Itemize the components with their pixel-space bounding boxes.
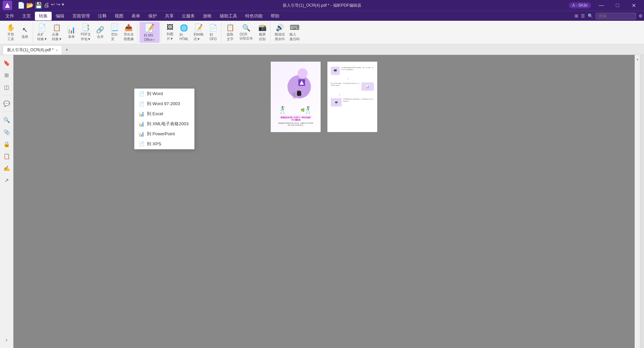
sidebar-security[interactable]: 🔒 — [1, 139, 12, 149]
menu-cloud[interactable]: 云服务 — [178, 12, 199, 20]
combine-icon: 🔗 — [96, 26, 104, 34]
dropdown-to-word[interactable]: 📄 到 Word — [135, 89, 194, 99]
extract-text-label: 提取文字 — [227, 32, 233, 42]
sidebar-separator-2 — [2, 112, 11, 112]
activate-button[interactable]: ⌨ 输入激活码 — [287, 22, 302, 43]
from-copy-button[interactable]: 📋 从册转换▼ — [50, 22, 64, 43]
sidebar-form[interactable]: 📋 — [1, 151, 12, 161]
quick-access-redo[interactable]: ↪ — [56, 2, 60, 9]
pdf-files-button[interactable]: 📑 PDF文件包▼ — [79, 22, 93, 43]
menu-convert[interactable]: 转换 — [35, 12, 52, 20]
dropdown-to-xps[interactable]: 📄 到 XPS — [135, 139, 194, 149]
pdf-page-1: JOIN US 欢迎来到福昕 🕺 🕺 🌿 感谢您如全球6.5亿用户一样信任福昕P… — [271, 62, 321, 132]
panel-toggle[interactable]: ⚙ — [639, 13, 643, 18]
export-all-button[interactable]: 📤 导出全部图像 — [122, 22, 136, 43]
toolbar: ✋ 手型工具 ↖ 选择 📄 从扩转换▼ 📋 从册转换▼ 📊 表单 📑 PDF文件… — [0, 21, 644, 44]
menu-protect[interactable]: 保护 — [144, 12, 161, 20]
to-ms-office-button[interactable]: 📝 到 MSOffice▼ — [140, 22, 160, 43]
minimize-button[interactable]: — — [594, 0, 609, 11]
menu-features[interactable]: 特色功能 — [241, 12, 267, 20]
ocr-recognize-button[interactable]: 🔍 OCR识别文本 — [237, 22, 255, 42]
page1-foxit-icon — [299, 79, 305, 86]
right-panel-icon[interactable]: ▾ — [635, 56, 640, 63]
table-label: 表单 — [68, 34, 75, 39]
sidebar-share[interactable]: ↗ — [1, 175, 12, 186]
page1-figure-right: 🕺 — [304, 106, 312, 114]
menu-home[interactable]: 主页 — [18, 12, 35, 20]
search-icon[interactable]: 🔍 — [588, 13, 593, 18]
sidebar-thumbnails[interactable]: ⊞ — [1, 70, 12, 80]
menu-share[interactable]: 共享 — [161, 12, 178, 20]
account-badge[interactable]: A - Sh3n — [569, 2, 591, 8]
pdf-files-icon: 📑 — [82, 23, 90, 31]
to-txt-button[interactable]: 📝 到txt格式▼ — [192, 22, 206, 43]
to-html-button[interactable]: 🌐 到HTML — [177, 22, 191, 42]
extract-text-button[interactable]: 📋 提取文字 — [223, 22, 237, 43]
quick-access-open[interactable]: 📂 — [26, 2, 34, 9]
to-ms-office-icon: 📝 — [145, 23, 155, 32]
page2-section1: 🖥️ 应用福昕PDF编辑器对PDF文档进行编辑、注释、合并 和拆分、电子签章、加… — [331, 67, 374, 75]
sidebar-signature[interactable]: ✍ — [1, 163, 12, 173]
sidebar-comments[interactable]: 💬 — [1, 98, 12, 109]
from-convert-button[interactable]: 📄 从扩转换▼ — [35, 22, 49, 43]
screenshot-recognize-button[interactable]: 📸 截屏识别 — [256, 22, 269, 43]
quick-access-undo[interactable]: ↩ — [51, 2, 55, 9]
to-image-button[interactable]: 🖼 到图片▼ — [163, 22, 177, 43]
sidebar-attachment[interactable]: 📎 — [1, 127, 12, 137]
to-image-label: 到图片▼ — [167, 32, 173, 41]
menu-slideshow[interactable]: 放映 — [199, 12, 216, 20]
select-tool-button[interactable]: ↖ 选择 — [18, 24, 32, 41]
menu-edit[interactable]: 编辑 — [52, 12, 68, 20]
blank-page-button[interactable]: 📃 空白页 — [108, 22, 121, 43]
export-all-icon: 📤 — [124, 23, 133, 31]
page2-content: 🖥️ 应用福昕PDF编辑器对PDF文档进行编辑、注释、合并 和拆分、电子签章、加… — [327, 62, 377, 110]
toolbar-group-proofread: 🔊 朗读试用水印 ⌨ 输入激活码 — [271, 22, 303, 43]
blank-page-icon: 📃 — [110, 23, 118, 31]
document-area[interactable]: 📄 到 Word 📄 到 Word 97-2003 📊 到 Excel 📊 到 … — [13, 55, 635, 348]
dropdown-to-word-97[interactable]: 📄 到 Word 97-2003 — [135, 99, 194, 109]
to-ofd-button[interactable]: 📄 到OFD — [206, 22, 220, 42]
proofread-button[interactable]: 🔊 朗读试用水印 — [273, 22, 287, 43]
menu-help[interactable]: 帮助 — [267, 12, 283, 20]
active-tab[interactable]: 新人引导(1)_OCR(4).pdf * × — [3, 45, 62, 55]
sidebar-expand[interactable]: › — [1, 335, 12, 345]
sidebar-search[interactable]: 🔍 — [1, 115, 12, 125]
page1-join-text: JOIN US — [293, 92, 295, 99]
menu-form[interactable]: 表单 — [127, 12, 144, 20]
quick-access-print[interactable]: 🖨 — [44, 2, 50, 9]
dropdown-to-excel[interactable]: 📊 到 Excel — [135, 109, 194, 119]
page2-illus-2: 📊 — [361, 82, 374, 91]
combine-button[interactable]: 🔗 合并 — [94, 24, 107, 41]
page2-illus-3: 💻 — [331, 98, 341, 107]
menu-tools[interactable]: 辅助工具 — [216, 12, 241, 20]
window-controls: — □ ✕ — [594, 0, 641, 11]
tab-add-button[interactable]: + — [62, 45, 71, 55]
vertical-scrollbar[interactable] — [640, 55, 644, 348]
dropdown-to-powerpoint[interactable]: 📊 到 PowerPoint — [135, 129, 194, 139]
toolbar-group-ms-office: 📝 到 MSOffice▼ — [138, 22, 161, 43]
menu-annotate[interactable]: 注释 — [94, 12, 111, 20]
to-ms-office-label: 到 MSOffice▼ — [144, 33, 155, 42]
quick-access-save[interactable]: 💾 — [35, 2, 42, 9]
combine-label: 合并 — [97, 34, 104, 39]
restore-button[interactable]: □ — [610, 0, 625, 11]
search-input[interactable] — [596, 13, 636, 19]
excel-icon: 📊 — [139, 111, 144, 117]
sidebar-layers[interactable]: ◫ — [1, 82, 12, 92]
menu-view[interactable]: 视图 — [111, 12, 127, 20]
quick-access-new[interactable]: 📄 — [17, 2, 25, 9]
layout-icon-1[interactable]: ⊞ — [575, 13, 578, 18]
sidebar-bookmark[interactable]: 🔖 — [1, 58, 12, 68]
menu-page-manage[interactable]: 页面管理 — [68, 12, 94, 20]
page2-text-1: 应用福昕PDF编辑器对PDF文档进行编辑、注释、合并 和拆分、电子签章、加密解密… — [341, 67, 374, 71]
from-convert-label: 从扩转换▼ — [37, 32, 47, 42]
close-button[interactable]: ✕ — [626, 0, 641, 11]
word97-icon: 📄 — [139, 101, 144, 107]
dropdown-to-xml-excel[interactable]: 📊 到 XML电子表格2003 — [135, 119, 194, 129]
quick-access-more[interactable]: ▾ — [62, 2, 64, 9]
layout-icon-2[interactable]: ☰ — [581, 13, 585, 18]
hand-tool-button[interactable]: ✋ 手型工具 — [4, 22, 17, 43]
menu-file[interactable]: 文件 — [1, 12, 18, 20]
table-button[interactable]: 📊 表单 — [65, 24, 78, 41]
tab-close-button[interactable]: × — [56, 48, 58, 52]
